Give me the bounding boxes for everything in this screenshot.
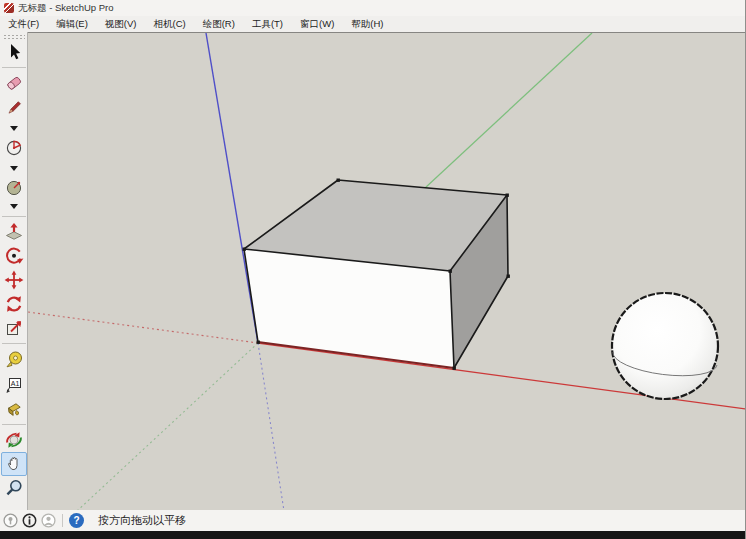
model-scene	[28, 33, 745, 511]
status-bar: ? 按方向拖动以平移	[0, 510, 745, 531]
tool-orbit[interactable]	[1, 428, 27, 452]
menu-camera[interactable]: 相机(C)	[148, 17, 190, 32]
tool-eraser[interactable]	[1, 71, 27, 95]
eraser-icon	[4, 73, 24, 93]
tool-arc-flyout[interactable]	[1, 161, 27, 175]
help-icon: ?	[73, 515, 79, 526]
menu-file[interactable]: 文件(F)	[3, 17, 44, 32]
pencil-icon	[4, 98, 24, 118]
tool-select[interactable]	[1, 40, 27, 64]
info-icon	[22, 513, 37, 528]
follow-me-icon	[4, 246, 24, 266]
svg-text:A1: A1	[10, 380, 19, 387]
tool-paint-bucket[interactable]	[1, 397, 27, 421]
geolocation-button[interactable]	[3, 513, 18, 528]
credits-button[interactable]	[22, 513, 37, 528]
statusbar-separator	[62, 514, 63, 527]
tool-circle[interactable]	[1, 175, 27, 199]
paint-bucket-icon	[4, 399, 24, 419]
tool-pan[interactable]	[1, 452, 27, 476]
window-title: 无标题 - SketchUp Pro	[18, 2, 114, 15]
tool-scale[interactable]	[1, 316, 27, 340]
circle-tool-icon	[4, 177, 24, 197]
toolbar-separator	[2, 216, 26, 217]
chevron-down-icon	[10, 126, 18, 131]
orbit-icon	[4, 430, 24, 450]
title-bar: 无标题 - SketchUp Pro	[0, 0, 745, 16]
sign-in-button[interactable]	[41, 513, 56, 528]
text-tool-icon: A1	[4, 375, 24, 395]
tool-move[interactable]	[1, 268, 27, 292]
menu-help[interactable]: 帮助(H)	[346, 17, 388, 32]
tool-circle-flyout[interactable]	[1, 199, 27, 213]
tool-rotate[interactable]	[1, 292, 27, 316]
sketchup-logo-icon	[4, 3, 14, 13]
tool-line[interactable]	[1, 95, 27, 121]
tool-tape-measure[interactable]	[1, 347, 27, 373]
pan-hand-icon	[4, 454, 24, 474]
move-icon	[4, 270, 24, 290]
push-pull-icon	[4, 222, 24, 242]
sign-in-person-icon	[41, 513, 56, 528]
chevron-down-icon	[10, 204, 18, 209]
menu-bar: 文件(F) 编辑(E) 视图(V) 相机(C) 绘图(R) 工具(T) 窗口(W…	[0, 16, 745, 32]
toolbar-separator	[2, 343, 26, 344]
sphere-model[interactable]	[612, 293, 718, 399]
menu-window[interactable]: 窗口(W)	[295, 17, 339, 32]
arc-tool-icon	[4, 138, 24, 158]
tool-zoom[interactable]	[1, 476, 27, 500]
status-message: 按方向拖动以平移	[98, 513, 186, 528]
geolocation-icon	[3, 513, 18, 528]
tool-arc[interactable]	[1, 135, 27, 161]
help-button[interactable]: ?	[69, 513, 84, 528]
rotate-icon	[4, 294, 24, 314]
magnifier-icon	[4, 478, 24, 498]
sphere-outline[interactable]	[612, 293, 718, 399]
toolbar-separator	[2, 424, 26, 425]
tape-measure-icon	[4, 350, 24, 370]
chevron-down-icon	[10, 166, 18, 171]
menu-draw[interactable]: 绘图(R)	[198, 17, 240, 32]
toolbar-separator	[2, 67, 26, 68]
toolbar-grip[interactable]	[3, 34, 25, 39]
tool-follow-me[interactable]	[1, 244, 27, 268]
tool-text[interactable]: A1	[1, 373, 27, 397]
sketchup-window: 无标题 - SketchUp Pro 文件(F) 编辑(E) 视图(V) 相机(…	[0, 0, 746, 539]
menu-view[interactable]: 视图(V)	[100, 17, 142, 32]
tool-line-flyout[interactable]	[1, 121, 27, 135]
scale-icon	[4, 318, 24, 338]
menu-tools[interactable]: 工具(T)	[247, 17, 288, 32]
3d-viewport[interactable]	[28, 32, 745, 510]
menu-edit[interactable]: 编辑(E)	[51, 17, 93, 32]
tool-push-pull[interactable]	[1, 220, 27, 244]
window-bottom-strip	[0, 531, 745, 539]
tool-palette: A1	[0, 32, 28, 510]
select-arrow-icon	[4, 42, 24, 62]
